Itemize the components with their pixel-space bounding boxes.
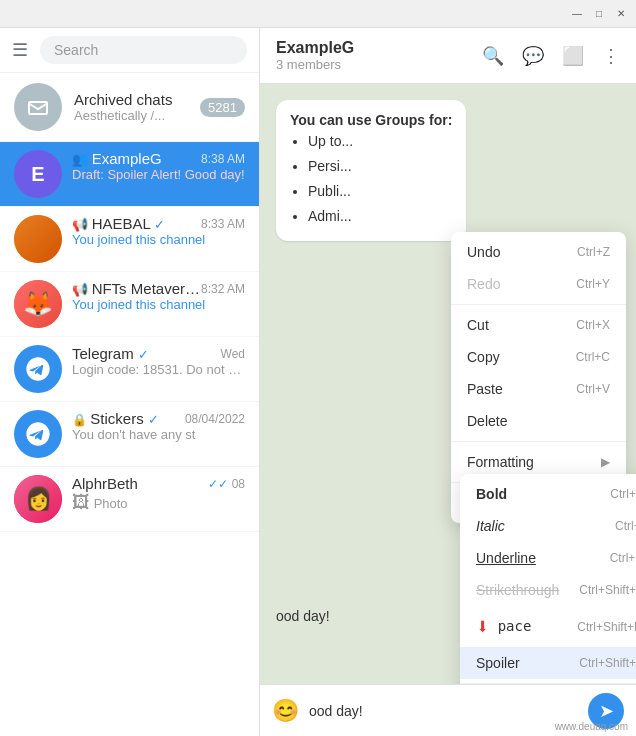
avatar-stickers	[14, 410, 62, 458]
archived-badge: 5281	[200, 98, 245, 117]
chat-item-stickers[interactable]: 🔒 Stickers ✓ 08/04/2022 You don't have a…	[0, 402, 259, 467]
send-icon: ➤	[599, 700, 614, 722]
discussion-icon[interactable]: 💬	[522, 45, 544, 67]
redo-label: Redo	[467, 276, 500, 292]
menu-strikethrough[interactable]: Strikethrough Ctrl+Shift+X	[460, 574, 636, 606]
archived-avatar	[14, 83, 62, 131]
message-bubble: You can use Groups for: Up to... Persi..…	[276, 100, 466, 241]
menu-monospace[interactable]: ⬇ pace Ctrl+Shift+M	[460, 606, 636, 647]
topbar-icons: 🔍 💬 ⬜ ⋮	[482, 45, 620, 67]
close-button[interactable]: ✕	[614, 7, 628, 21]
search-input[interactable]: Search	[40, 36, 247, 64]
chat-body-alphrbeth: AlphrBeth ✓✓ 08 🖼 Photo	[72, 475, 245, 513]
undo-shortcut: Ctrl+Z	[577, 245, 610, 259]
avatar-alphrbeth: 👩	[14, 475, 62, 523]
chat-subtitle: 3 members	[276, 57, 354, 72]
menu-paste[interactable]: Paste Ctrl+V	[451, 373, 626, 405]
search-icon[interactable]: 🔍	[482, 45, 504, 67]
undo-label: Undo	[467, 244, 500, 260]
cut-label: Cut	[467, 317, 489, 333]
maximize-button[interactable]: □	[592, 7, 606, 21]
chat-background: You can use Groups for: Up to... Persi..…	[260, 84, 636, 684]
italic-shortcut: Ctrl+I	[615, 519, 636, 533]
paste-shortcut: Ctrl+V	[576, 382, 610, 396]
more-icon[interactable]: ⋮	[602, 45, 620, 67]
menu-copy[interactable]: Copy Ctrl+C	[451, 341, 626, 373]
menu-redo: Redo Ctrl+Y	[451, 268, 626, 300]
context-menu-formatting: Bold Ctrl+B Italic Ctrl+I Underline Ctrl…	[460, 474, 636, 684]
chat-name-alphrbeth: AlphrBeth	[72, 475, 138, 492]
chat-preview-exampleg: Draft: Spoiler Alert! Good day!	[72, 167, 245, 182]
formatting-sep-1	[460, 683, 636, 684]
message-text: You can use Groups for: Up to... Persi..…	[290, 110, 452, 227]
chat-name-haebal: 📢 HAEBAL ✓	[72, 215, 165, 232]
menu-bold[interactable]: Bold Ctrl+B	[460, 478, 636, 510]
chat-name-exampleg: 👥 ExampleG	[72, 150, 162, 167]
underline-label: Underline	[476, 550, 536, 566]
chat-top: Telegram ✓ Wed	[72, 345, 245, 362]
window-chrome: — □ ✕	[0, 0, 636, 28]
verified-icon-stickers: ✓	[148, 412, 159, 427]
bold-label: Bold	[476, 486, 507, 502]
hamburger-icon[interactable]: ☰	[12, 39, 28, 61]
avatar-telegram	[14, 345, 62, 393]
menu-underline[interactable]: Underline Ctrl+U	[460, 542, 636, 574]
chat-body-exampleg: 👥 ExampleG 8:38 AM Draft: Spoiler Alert!…	[72, 150, 245, 182]
monospace-shortcut: Ctrl+Shift+M	[577, 620, 636, 634]
formatting-label: Formatting	[467, 454, 534, 470]
menu-italic[interactable]: Italic Ctrl+I	[460, 510, 636, 542]
menu-sep-2	[451, 441, 626, 442]
formatting-arrow: ▶	[601, 455, 610, 469]
emoji-button[interactable]: 😊	[272, 698, 299, 724]
chat-item-alphrbeth[interactable]: 👩 AlphrBeth ✓✓ 08 🖼 Photo	[0, 467, 259, 532]
spoiler-label: Spoiler	[476, 655, 520, 671]
chat-body-stickers: 🔒 Stickers ✓ 08/04/2022 You don't have a…	[72, 410, 245, 442]
chat-item-telegram[interactable]: Telegram ✓ Wed Login code: 18531. Do not…	[0, 337, 259, 402]
chat-top: 📢 NFTs Metaverse... 8:32 AM	[72, 280, 245, 297]
redo-shortcut: Ctrl+Y	[576, 277, 610, 291]
strikethrough-shortcut: Ctrl+Shift+X	[579, 583, 636, 597]
sidebar: ☰ Search Archived chats Aesthetically /.…	[0, 28, 260, 736]
message-input[interactable]: ood day!	[309, 703, 578, 719]
archived-info: Archived chats Aesthetically /...	[74, 91, 188, 123]
italic-label: Italic	[476, 518, 505, 534]
chat-panel: ExampleG 3 members 🔍 💬 ⬜ ⋮ You can use G…	[260, 28, 636, 736]
chat-item-nfts[interactable]: 🦊 📢 NFTs Metaverse... 8:32 AM You joined…	[0, 272, 259, 337]
chat-top: 👥 ExampleG 8:38 AM	[72, 150, 245, 167]
chat-title: ExampleG	[276, 39, 354, 57]
strikethrough-label: Strikethrough	[476, 582, 559, 598]
bold-shortcut: Ctrl+B	[610, 487, 636, 501]
menu-undo[interactable]: Undo Ctrl+Z	[451, 236, 626, 268]
chat-name-stickers: 🔒 Stickers ✓	[72, 410, 159, 427]
chat-preview-haebal: You joined this channel	[72, 232, 245, 247]
underline-shortcut: Ctrl+U	[610, 551, 636, 565]
chat-top: 🔒 Stickers ✓ 08/04/2022	[72, 410, 245, 427]
avatar-exampleg: E	[14, 150, 62, 198]
menu-spoiler[interactable]: Spoiler Ctrl+Shift+P	[460, 647, 636, 679]
monospace-label: ⬇ pace	[476, 614, 531, 639]
chat-time-telegram: Wed	[221, 347, 245, 361]
chat-body-telegram: Telegram ✓ Wed Login code: 18531. Do not…	[72, 345, 245, 377]
chat-time-stickers: 08/04/2022	[185, 412, 245, 426]
archived-title: Archived chats	[74, 91, 188, 108]
chat-item-exampleg[interactable]: E 👥 ExampleG 8:38 AM Draft: Spoiler Aler…	[0, 142, 259, 207]
layout-icon[interactable]: ⬜	[562, 45, 584, 67]
archived-chats-row[interactable]: Archived chats Aesthetically /... 5281	[0, 73, 259, 142]
menu-cut[interactable]: Cut Ctrl+X	[451, 309, 626, 341]
cut-shortcut: Ctrl+X	[576, 318, 610, 332]
sidebar-header: ☰ Search	[0, 28, 259, 73]
copy-shortcut: Ctrl+C	[576, 350, 610, 364]
channel-icon-nfts: 📢	[72, 282, 92, 297]
app-container: ☰ Search Archived chats Aesthetically /.…	[0, 28, 636, 736]
watermark: www.deuaq.com	[555, 721, 628, 732]
chat-body-haebal: 📢 HAEBAL ✓ 8:33 AM You joined this chann…	[72, 215, 245, 247]
chat-time-alphrbeth: ✓✓ 08	[208, 477, 245, 491]
archived-subtitle: Aesthetically /...	[74, 108, 188, 123]
chat-preview-alphrbeth: 🖼 Photo	[72, 492, 245, 513]
menu-delete[interactable]: Delete	[451, 405, 626, 437]
chat-preview-nfts: You joined this channel	[72, 297, 245, 312]
minimize-button[interactable]: —	[570, 7, 584, 21]
chat-item-haebal[interactable]: 📢 HAEBAL ✓ 8:33 AM You joined this chann…	[0, 207, 259, 272]
verified-icon-telegram: ✓	[138, 347, 149, 362]
chat-topbar-info: ExampleG 3 members	[276, 39, 354, 72]
